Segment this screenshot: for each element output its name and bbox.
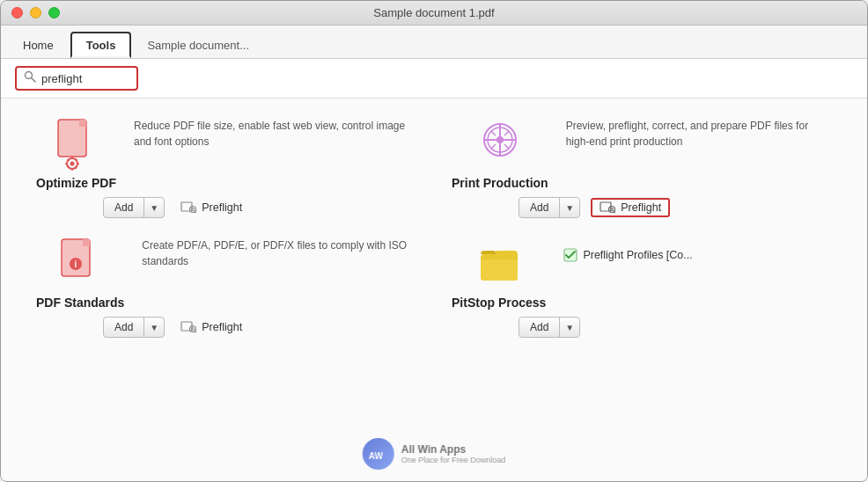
tab-document[interactable]: Sample document...: [133, 32, 263, 58]
optimize-pdf-actions: Add ▼ Preflight: [36, 197, 416, 218]
svg-line-16: [195, 212, 197, 214]
tool-icon-area-pitstop: PitStop Process: [452, 236, 546, 310]
print-production-name: Print Production: [452, 176, 548, 190]
tool-card-print-production: Print Production Preview, preflight, cor…: [452, 116, 832, 218]
svg-point-22: [497, 136, 504, 143]
svg-text:i: i: [75, 259, 77, 269]
optimize-pdf-preflight-btn[interactable]: Preflight: [175, 199, 247, 216]
svg-rect-31: [181, 322, 192, 331]
svg-point-26: [611, 208, 614, 211]
pdf-standards-actions: Add ▼ Preflight: [36, 317, 416, 338]
tools-grid: Optimize PDF Reduce PDF file size, enabl…: [36, 116, 832, 338]
svg-point-5: [70, 162, 74, 166]
close-button[interactable]: [11, 7, 23, 18]
svg-rect-14: [181, 202, 192, 211]
svg-line-33: [195, 332, 197, 333]
tab-home[interactable]: Home: [8, 32, 69, 58]
watermark-text: All Win Apps One Place for Free Download: [401, 443, 506, 464]
pitstop-profiles-row[interactable]: Preflight Profiles [Co...: [563, 248, 832, 262]
svg-line-25: [614, 212, 616, 214]
svg-rect-8: [65, 163, 68, 164]
print-production-add-dropdown[interactable]: ▼: [560, 200, 579, 216]
pdf-standards-description: Create PDF/A, PDF/E, or PDF/X files to c…: [142, 236, 416, 269]
search-wrapper: [15, 66, 138, 91]
tool-header-pitstop: PitStop Process Preflight Profiles [Co..…: [452, 236, 832, 310]
pdf-standards-preflight-label: Preflight: [202, 321, 242, 333]
watermark-title: All Win Apps: [401, 443, 506, 456]
print-production-actions: Add ▼ Preflight: [452, 197, 832, 218]
tab-tools[interactable]: Tools: [70, 32, 132, 58]
optimize-pdf-name: Optimize PDF: [36, 176, 116, 190]
search-input[interactable]: [41, 72, 129, 85]
tool-header-print: Print Production Preview, preflight, cor…: [452, 116, 832, 190]
pitstop-preflight-profiles-label: Preflight Profiles [Co...: [583, 249, 692, 261]
optimize-pdf-preflight-label: Preflight: [202, 201, 242, 214]
optimize-pdf-add-dropdown[interactable]: ▼: [144, 200, 164, 216]
svg-point-34: [192, 328, 195, 331]
print-production-icon: [475, 116, 525, 172]
svg-rect-7: [71, 168, 73, 171]
optimize-pdf-description: Reduce PDF file size, enable fast web vi…: [134, 116, 416, 150]
pitstop-actions: Add ▼: [452, 317, 832, 338]
tool-card-pdf-standards: i PDF Standards Create PDF/A, PDF/E, or …: [36, 236, 416, 338]
svg-rect-9: [77, 163, 79, 164]
tab-bar: Home Tools Sample document...: [1, 26, 867, 59]
pdf-standards-add-dropdown[interactable]: ▼: [144, 319, 164, 336]
search-icon: [24, 70, 36, 86]
pitstop-icon: [474, 236, 524, 292]
window-controls: [11, 7, 60, 18]
svg-point-24: [609, 207, 615, 213]
pdf-standards-add-button[interactable]: Add: [104, 318, 144, 337]
svg-point-32: [190, 326, 196, 332]
print-production-preflight-label: Preflight: [621, 201, 661, 214]
tool-icon-area-standards: i PDF Standards: [36, 236, 124, 310]
svg-text:AW: AW: [369, 451, 384, 461]
svg-point-15: [190, 207, 196, 213]
tool-header-standards: i PDF Standards Create PDF/A, PDF/E, or …: [36, 236, 416, 310]
print-production-add-group: Add ▼: [519, 197, 580, 218]
pdf-standards-name: PDF Standards: [36, 296, 124, 310]
svg-line-1: [32, 78, 36, 83]
maximize-button[interactable]: [48, 7, 60, 18]
pitstop-name: PitStop Process: [452, 296, 546, 310]
pdf-standards-preflight-btn[interactable]: Preflight: [175, 318, 247, 336]
window-title: Sample document 1.pdf: [373, 6, 494, 19]
optimize-pdf-icon: [52, 116, 101, 172]
pdf-standards-icon: i: [55, 236, 105, 292]
pitstop-add-dropdown[interactable]: ▼: [560, 319, 579, 336]
optimize-pdf-add-button[interactable]: Add: [104, 198, 144, 217]
tool-icon-area-print: Print Production: [452, 116, 548, 190]
print-production-preflight-btn[interactable]: Preflight: [591, 198, 670, 217]
print-production-add-button[interactable]: Add: [519, 198, 560, 217]
optimize-pdf-add-group: Add ▼: [103, 197, 165, 218]
watermark: AW All Win Apps One Place for Free Downl…: [363, 438, 506, 470]
pdf-standards-add-group: Add ▼: [103, 317, 165, 338]
search-bar: [1, 59, 867, 99]
tool-card-optimize-pdf: Optimize PDF Reduce PDF file size, enabl…: [36, 116, 416, 218]
print-production-description: Preview, preflight, correct, and prepare…: [566, 116, 832, 150]
svg-rect-3: [79, 120, 86, 127]
watermark-logo: AW: [363, 438, 394, 470]
pitstop-add-button[interactable]: Add: [519, 318, 560, 337]
pitstop-add-group: Add ▼: [519, 317, 580, 338]
svg-rect-6: [71, 157, 73, 159]
tool-card-pitstop: PitStop Process Preflight Profiles [Co..…: [452, 236, 832, 338]
svg-rect-23: [600, 202, 611, 211]
svg-rect-28: [83, 239, 90, 246]
pitstop-profiles-area: Preflight Profiles [Co...: [563, 236, 832, 262]
svg-point-17: [192, 208, 195, 211]
tool-header-optimize: Optimize PDF Reduce PDF file size, enabl…: [36, 116, 416, 190]
title-bar: Sample document 1.pdf: [1, 1, 867, 26]
tool-icon-area-optimize: Optimize PDF: [36, 116, 116, 190]
main-content: Optimize PDF Reduce PDF file size, enabl…: [1, 99, 867, 482]
minimize-button[interactable]: [30, 7, 41, 18]
watermark-subtitle: One Place for Free Download: [401, 456, 506, 464]
